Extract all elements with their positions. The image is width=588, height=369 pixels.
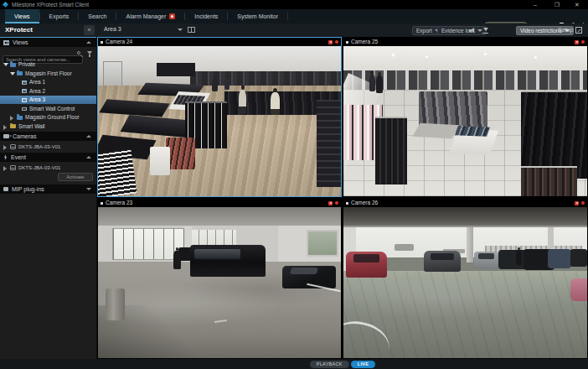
- tab-alarm-manager[interactable]: Alarm Manager: [116, 9, 184, 23]
- tree-item-smart-wall-control[interactable]: Smart Wall Control: [0, 105, 96, 113]
- store-ceiling: [343, 46, 587, 70]
- bottom-clothes-rail: [521, 166, 577, 196]
- tree-label: Magasin First Floor: [25, 70, 72, 78]
- view-layout-icon: [22, 81, 27, 85]
- smart-wall-icon[interactable]: [188, 27, 195, 33]
- live-button[interactable]: LIVE: [351, 361, 375, 368]
- expander-closed-icon[interactable]: [3, 125, 7, 130]
- silver-car: [474, 252, 498, 269]
- camera-icon: [346, 41, 348, 44]
- filter-icon[interactable]: [87, 51, 92, 55]
- chevron-down-icon: [178, 29, 183, 31]
- folder-icon: [17, 116, 23, 120]
- tree-item-magasin-ground-floor[interactable]: Magasin Ground Floor: [0, 113, 96, 122]
- camera-title-bar[interactable]: Camera 25: [343, 38, 587, 46]
- views-grid-icon: [3, 40, 9, 45]
- minimize-button[interactable]: –: [529, 0, 541, 9]
- tree-label: Area 1: [29, 78, 45, 86]
- alarm-badge: [169, 13, 175, 19]
- tree-item-area-2[interactable]: Area 2: [0, 87, 96, 96]
- tree-label: Magasin Ground Floor: [25, 113, 80, 122]
- expander-closed-icon[interactable]: [10, 116, 13, 121]
- mode-toggle: PLAYBACK LIVE: [97, 361, 588, 368]
- camera-title-bar[interactable]: Camera 24: [98, 38, 341, 46]
- tree-label: Private: [18, 60, 35, 69]
- expander-closed-icon[interactable]: [3, 145, 7, 150]
- shopper: [224, 78, 230, 90]
- server-label: DKTS-JBA-03-V01: [18, 164, 60, 172]
- activate-button[interactable]: Activate: [58, 173, 93, 181]
- motion-indicator-icon: [328, 40, 333, 44]
- tree-item-area-1[interactable]: Area 1: [0, 78, 96, 86]
- collapse-sidebar-button[interactable]: «: [84, 25, 95, 35]
- recording-indicator-icon: [581, 201, 585, 205]
- tree-item-area-3-selected[interactable]: Area 3: [0, 96, 96, 104]
- maximize-button[interactable]: ❐: [551, 0, 563, 9]
- xprotect-smart-client-window: Milestone XProtect Smart Client – ❐ ✕ Vi…: [0, 0, 588, 369]
- tab-system-monitor-label: System Monitor: [237, 9, 278, 23]
- event-panel-header[interactable]: Event: [0, 153, 96, 162]
- distant-car: [395, 244, 414, 251]
- monitor-icon: [22, 107, 27, 111]
- event-server-item[interactable]: DKTS-JBA-03-V01: [0, 164, 96, 172]
- tab-alarm-manager-label: Alarm Manager: [126, 9, 166, 23]
- tab-exports[interactable]: Exports: [40, 9, 79, 23]
- audio-icon[interactable]: [469, 27, 476, 34]
- event-panel-title: Event: [11, 154, 26, 160]
- camera-server-item[interactable]: DKTS-JBA-03-V01: [0, 143, 96, 151]
- tab-views-label: Views: [14, 9, 30, 23]
- live-video-camera-23[interactable]: [98, 207, 341, 358]
- tab-views[interactable]: Views: [5, 9, 39, 23]
- shopper: [239, 90, 246, 114]
- tree-item-private[interactable]: Private: [0, 60, 96, 69]
- garage-ceiling: [98, 207, 341, 226]
- chevron-up-icon: [86, 156, 91, 159]
- tab-system-monitor[interactable]: System Monitor: [228, 9, 287, 23]
- tab-search[interactable]: Search: [79, 9, 116, 23]
- camera-name: Camera 26: [351, 200, 378, 205]
- recording-indicator-icon: [581, 40, 585, 44]
- title-bar: Milestone XProtect Smart Client – ❐ ✕: [0, 0, 588, 9]
- camera-tile-23[interactable]: Camera 23: [97, 198, 342, 359]
- pedestrian: [173, 251, 180, 269]
- mode-bar: PLAYBACK LIVE: [0, 359, 588, 369]
- view-selector-dropdown[interactable]: Area 3: [104, 26, 188, 32]
- live-video-camera-24[interactable]: [98, 46, 341, 196]
- camera-title-bar[interactable]: Camera 26: [343, 199, 587, 207]
- shopper: [271, 92, 281, 115]
- evidence-lock-button[interactable]: Evidence lock: [437, 26, 487, 35]
- close-button[interactable]: ✕: [571, 0, 583, 9]
- expander-closed-icon[interactable]: [3, 166, 7, 171]
- playback-button[interactable]: PLAYBACK: [310, 361, 349, 368]
- live-video-camera-26[interactable]: [343, 207, 587, 358]
- views-panel-header[interactable]: Views: [0, 38, 96, 47]
- setup-button[interactable]: Setup: [558, 27, 573, 33]
- deck-ceiling-beam: [343, 207, 587, 226]
- tree-label: Smart Wall Control: [29, 105, 75, 113]
- camera-tile-24[interactable]: Camera 24: [97, 37, 342, 197]
- tree-label: Area 3: [29, 96, 45, 104]
- cameras-panel-header[interactable]: Cameras: [0, 132, 96, 141]
- export-label: Export: [416, 28, 432, 34]
- expander-open-icon[interactable]: [10, 72, 15, 75]
- expander-open-icon[interactable]: [3, 63, 8, 66]
- tree-item-magasin-first-floor[interactable]: Magasin First Floor: [0, 70, 96, 78]
- tree-item-smart-wall[interactable]: Smart Wall: [0, 122, 96, 131]
- camera-tile-25[interactable]: Camera 25: [343, 37, 588, 197]
- fullscreen-icon[interactable]: [575, 27, 582, 34]
- camera-icon: [101, 202, 103, 205]
- striped-clothes-rack: [98, 148, 137, 196]
- camera-name: Camera 25: [351, 39, 378, 44]
- pillar: [467, 227, 473, 262]
- camera-tile-26[interactable]: Camera 26: [343, 198, 588, 359]
- camera-title-bar[interactable]: Camera 23: [98, 199, 341, 207]
- arrow-down-icon[interactable]: [482, 27, 488, 34]
- search-icon: [77, 51, 80, 55]
- live-video-camera-25[interactable]: [343, 46, 587, 196]
- chevron-up-icon: [86, 41, 91, 44]
- mip-plugins-panel-header[interactable]: MIP plug-ins: [0, 184, 96, 194]
- views-panel-title: Views: [13, 39, 28, 45]
- tab-incidents[interactable]: Incidents: [185, 9, 227, 23]
- tree-label: Smart Wall: [18, 122, 45, 131]
- black-van: [190, 245, 266, 277]
